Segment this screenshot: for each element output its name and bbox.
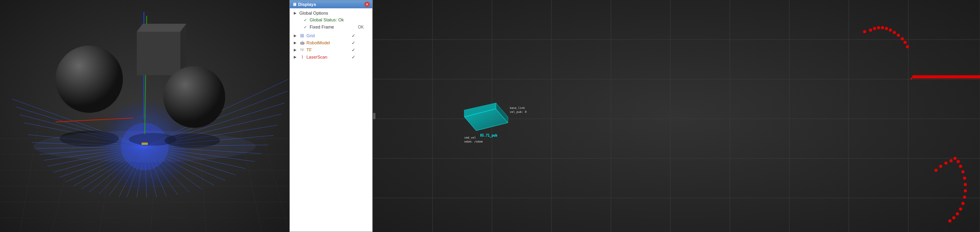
svg-point-92	[897, 34, 900, 37]
svg-text:odom: /odom: odom: /odom	[464, 140, 482, 143]
robot-model-label: RobotModel	[306, 40, 348, 45]
svg-point-104	[959, 165, 962, 168]
grid-label: Grid	[306, 33, 348, 38]
svg-text:base_link: base_link	[510, 106, 525, 110]
expand-arrow-tf: ▶	[294, 48, 298, 52]
svg-point-102	[953, 157, 957, 160]
tree-item-robot-model[interactable]: ▶ 🤖 RobotModel ✓	[290, 39, 372, 46]
svg-point-62	[56, 46, 123, 113]
expand-arrow-robot-model: ▶	[294, 41, 298, 45]
tree-item-grid[interactable]: ▶ ⊞ Grid ✓	[290, 32, 372, 39]
displays-panel: 🖥 Displays × ▶ Global Options ✓ Global S…	[289, 0, 373, 232]
svg-point-94	[903, 41, 907, 44]
svg-point-112	[956, 212, 959, 215]
displays-panel-icon: 🖥	[292, 2, 297, 7]
svg-marker-64	[137, 24, 186, 32]
tf-label: TF	[306, 48, 348, 52]
svg-point-103	[957, 160, 960, 163]
svg-point-113	[952, 216, 955, 219]
fixed-frame-status: OK	[358, 25, 370, 29]
svg-point-68	[34, 131, 256, 162]
svg-point-101	[949, 159, 953, 162]
tree-item-global-options[interactable]: ▶ Global Options	[290, 10, 372, 16]
svg-point-93	[901, 37, 904, 40]
grid-check: ✓	[350, 33, 356, 38]
svg-point-84	[863, 30, 866, 33]
laserscan-check: ✓	[350, 55, 356, 60]
svg-point-110	[961, 202, 965, 205]
displays-content: ▶ Global Options ✓ Global Status: Ok ✓ F…	[290, 8, 372, 232]
svg-point-114	[948, 219, 951, 222]
svg-point-105	[961, 170, 965, 173]
expand-arrow-global-options: ▶	[294, 11, 298, 15]
svg-rect-63	[137, 32, 180, 75]
svg-point-87	[877, 26, 880, 29]
svg-point-108	[964, 189, 967, 192]
svg-point-66	[163, 66, 225, 128]
svg-point-89	[885, 27, 888, 30]
svg-rect-123	[373, 113, 375, 119]
svg-rect-69	[373, 0, 980, 232]
svg-point-99	[939, 165, 942, 168]
displays-titlebar: 🖥 Displays ×	[290, 0, 372, 8]
svg-point-91	[893, 31, 896, 34]
svg-point-85	[869, 29, 872, 32]
svg-point-95	[906, 45, 909, 48]
right-3d-viewport[interactable]: base_link vel_pub: 0 cmd_vel odom: /odom…	[373, 0, 980, 232]
displays-close-button[interactable]: ×	[364, 2, 370, 7]
svg-point-109	[963, 196, 966, 199]
robot-model-icon: 🤖	[299, 40, 305, 46]
global-options-label: Global Options	[299, 11, 348, 15]
svg-point-111	[959, 207, 962, 211]
left-3d-viewport[interactable]	[0, 0, 289, 232]
svg-point-100	[944, 162, 947, 165]
expand-arrow-grid: ▶	[294, 34, 298, 38]
global-status-label: Global Status: Ok	[310, 17, 348, 22]
global-status-icon: ✓	[302, 17, 308, 23]
tree-item-tf[interactable]: ▶ TF TF ✓	[290, 46, 372, 53]
svg-text:85.71_pub: 85.71_pub	[480, 134, 498, 137]
displays-panel-title: Displays	[298, 2, 316, 7]
svg-point-106	[963, 177, 966, 180]
grid-icon: ⊞	[299, 33, 305, 38]
tree-item-global-status[interactable]: ✓ Global Status: Ok	[290, 16, 372, 23]
laserscan-label: LaserScan	[306, 55, 348, 59]
svg-rect-96	[912, 75, 980, 78]
tree-item-fixed-frame[interactable]: ✓ Fixed Frame OK	[290, 23, 372, 30]
svg-point-88	[881, 26, 884, 29]
tf-icon: TF	[299, 47, 305, 53]
svg-text:cmd_vel: cmd_vel	[464, 136, 476, 139]
laserscan-icon: ⌇	[299, 54, 305, 60]
svg-point-98	[934, 169, 938, 172]
expand-arrow-laserscan: ▶	[294, 55, 298, 59]
svg-text:vel_pub: 0: vel_pub: 0	[510, 110, 526, 114]
svg-rect-97	[911, 78, 912, 80]
svg-point-86	[873, 27, 876, 30]
svg-point-90	[889, 29, 892, 32]
robot-model-check: ✓	[350, 40, 356, 46]
fixed-frame-label: Fixed Frame	[310, 25, 348, 29]
tf-check: ✓	[350, 48, 356, 53]
tree-item-laserscan[interactable]: ▶ ⌇ LaserScan ✓	[290, 53, 372, 61]
fixed-frame-icon: ✓	[302, 24, 308, 30]
svg-point-107	[964, 183, 967, 186]
